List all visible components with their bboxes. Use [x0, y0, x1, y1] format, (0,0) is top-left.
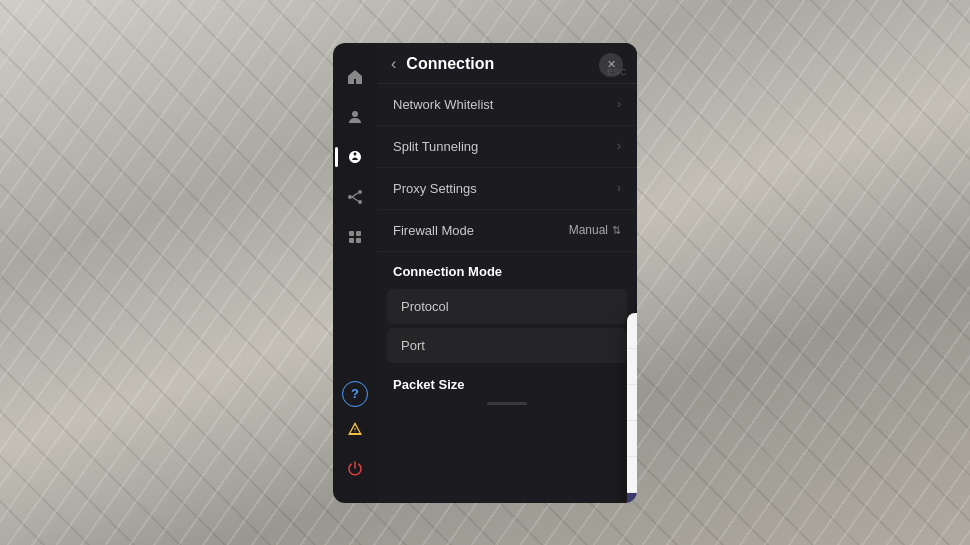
panel-content: Network Whitelist › Split Tunneling › Pr…: [377, 84, 637, 503]
dropdown-item-tcp[interactable]: TCP: [627, 385, 637, 421]
svg-point-3: [348, 195, 352, 199]
dropdown-item-stealth[interactable]: Stealth: [627, 421, 637, 457]
network-whitelist-row[interactable]: Network Whitelist ›: [377, 84, 637, 126]
firewall-mode-text: Manual: [569, 223, 608, 237]
protocol-dropdown: IKEv2 UDP TCP Stealth WStunnel WireGuard: [627, 313, 637, 503]
sidebar-alert-icon[interactable]: [337, 411, 373, 447]
svg-rect-6: [349, 231, 354, 236]
split-tunneling-row[interactable]: Split Tunneling ›: [377, 126, 637, 168]
sidebar-help-button[interactable]: ?: [342, 381, 368, 407]
proxy-settings-chevron: ›: [617, 181, 621, 195]
port-row[interactable]: Port: [387, 328, 627, 363]
split-tunneling-chevron: ›: [617, 139, 621, 153]
proxy-settings-label: Proxy Settings: [393, 181, 617, 196]
sidebar-icon-advanced[interactable]: [337, 219, 373, 255]
port-label: Port: [401, 338, 613, 353]
firewall-mode-row[interactable]: Firewall Mode Manual ⇅: [377, 210, 637, 252]
sidebar-icon-share[interactable]: [337, 179, 373, 215]
network-whitelist-label: Network Whitelist: [393, 97, 617, 112]
back-button[interactable]: ‹: [391, 55, 396, 73]
panel-header: ‹ Connection ✕ ESC: [377, 43, 637, 84]
split-tunneling-label: Split Tunneling: [393, 139, 617, 154]
svg-point-2: [358, 200, 362, 204]
connection-mode-section: Connection Mode: [377, 252, 637, 285]
sidebar-power-icon[interactable]: [337, 451, 373, 487]
dropdown-item-wireguard[interactable]: WireGuard: [627, 493, 637, 503]
sidebar: ?: [333, 43, 377, 503]
protocol-label: Protocol: [401, 299, 613, 314]
help-icon: ?: [351, 386, 359, 401]
svg-point-0: [352, 111, 358, 117]
sidebar-icon-home[interactable]: [337, 59, 373, 95]
panel-title: Connection: [406, 55, 623, 73]
svg-rect-8: [349, 238, 354, 243]
svg-rect-7: [356, 231, 361, 236]
dropdown-item-ikev2[interactable]: IKEv2: [627, 313, 637, 349]
network-whitelist-chevron: ›: [617, 97, 621, 111]
main-container: ? ‹ Connection ✕ ESC: [333, 43, 637, 503]
dropdown-item-wstunnel[interactable]: WStunnel: [627, 457, 637, 493]
svg-rect-9: [356, 238, 361, 243]
svg-line-4: [352, 193, 358, 197]
packet-size-section: Packet Size: [377, 367, 637, 398]
svg-point-1: [358, 190, 362, 194]
sidebar-bottom: ?: [337, 381, 373, 487]
dropdown-item-udp[interactable]: UDP: [627, 349, 637, 385]
sidebar-icon-user[interactable]: [337, 99, 373, 135]
esc-label: ESC: [607, 67, 627, 77]
main-panel: ‹ Connection ✕ ESC Network Whitelist › S…: [377, 43, 637, 503]
firewall-mode-spinner: ⇅: [612, 224, 621, 237]
firewall-mode-value: Manual ⇅: [569, 223, 621, 237]
scroll-indicator: [487, 402, 527, 405]
svg-line-5: [352, 197, 358, 201]
firewall-mode-label: Firewall Mode: [393, 223, 569, 238]
protocol-row[interactable]: Protocol: [387, 289, 627, 324]
sidebar-icon-connection[interactable]: [337, 139, 373, 175]
proxy-settings-row[interactable]: Proxy Settings ›: [377, 168, 637, 210]
